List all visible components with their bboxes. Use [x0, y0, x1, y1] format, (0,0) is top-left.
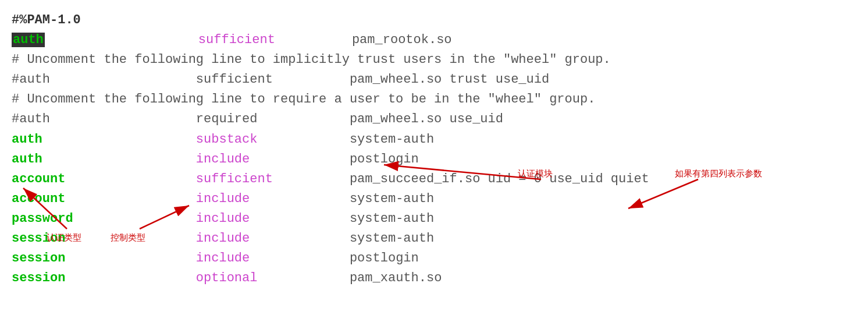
code-text	[250, 211, 350, 226]
kw-auth: auth	[12, 132, 42, 147]
code-text	[250, 251, 350, 266]
kw-auth-highlight: auth	[12, 33, 45, 47]
code-text	[73, 211, 196, 226]
code-line: # Uncomment the following line to implic…	[12, 50, 856, 70]
kw-password: password	[12, 211, 73, 226]
ctrl-include: include	[196, 251, 250, 266]
module: pam_xauth.so	[350, 271, 442, 285]
code-text	[250, 192, 350, 206]
ctrl-include: include	[196, 231, 250, 246]
ctrl-include: include	[196, 211, 250, 226]
code-block: #%PAM-1.0 auth sufficient pam_rootok.so#…	[12, 10, 856, 288]
code-text	[42, 152, 196, 167]
auth-type-annotation: 认证类型	[47, 231, 81, 244]
kw-auth: auth	[12, 152, 42, 167]
ctrl-optional: optional	[196, 271, 258, 285]
code-text	[250, 152, 350, 167]
kw-account: account	[12, 172, 65, 186]
module: system-auth	[350, 132, 434, 147]
ctrl-type-annotation: 控制类型	[111, 231, 145, 244]
ctrl-include: include	[196, 152, 250, 167]
code-line: account include system-auth	[12, 189, 856, 209]
code-text	[65, 172, 195, 186]
code-text	[250, 231, 350, 246]
code-text	[273, 172, 350, 186]
code-text	[257, 271, 349, 285]
pam-header: #%PAM-1.0	[12, 10, 856, 30]
code-line: auth substack system-auth	[12, 130, 856, 150]
code-text	[42, 132, 196, 147]
code-text	[65, 192, 195, 206]
param-annotation: 如果有第四列表示参数	[675, 167, 762, 180]
code-text	[257, 132, 349, 147]
code-line: #auth sufficient pam_wheel.so trust use_…	[12, 70, 856, 90]
code-line: auth sufficient pam_rootok.so	[12, 30, 856, 50]
code-line: password include system-auth	[12, 209, 856, 229]
ctrl-substack: substack	[196, 132, 258, 147]
kw-session: session	[12, 251, 65, 266]
code-line: session optional pam_xauth.so	[12, 268, 856, 288]
code-line: session include postlogin	[12, 249, 856, 268]
module: system-auth	[350, 211, 434, 226]
module: system-auth	[350, 231, 434, 246]
module: pam_succeed_if.so uid = 0 use_uid quiet	[350, 172, 649, 186]
code-text	[275, 33, 352, 47]
module: postlogin	[350, 251, 419, 266]
code-text	[65, 251, 195, 266]
auth-module-annotation: 认证模块	[518, 167, 553, 180]
ctrl-sufficient: sufficient	[198, 33, 275, 47]
code-text	[65, 271, 195, 285]
kw-account: account	[12, 192, 65, 206]
module: system-auth	[350, 192, 434, 206]
kw-session: session	[12, 271, 65, 285]
module: pam_rootok.so	[352, 33, 452, 47]
ctrl-sufficient: sufficient	[196, 172, 273, 186]
code-line: #auth required pam_wheel.so use_uid	[12, 109, 856, 129]
ctrl-include: include	[196, 192, 250, 206]
code-text	[45, 33, 198, 47]
module: postlogin	[350, 152, 419, 167]
code-lines: auth sufficient pam_rootok.so# Uncomment…	[12, 30, 856, 288]
code-line: # Uncomment the following line to requir…	[12, 90, 856, 109]
